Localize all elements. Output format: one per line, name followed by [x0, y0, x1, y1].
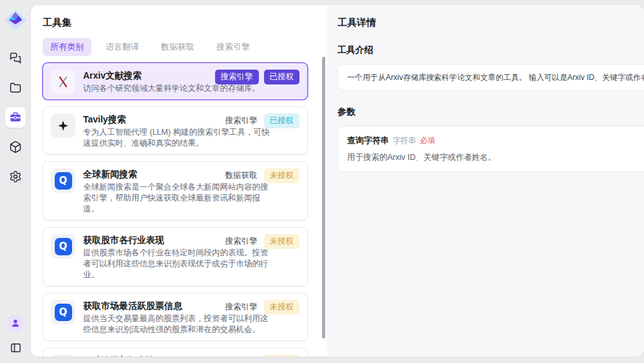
sidebar-item-folder[interactable] [5, 77, 26, 98]
sidebar-item-cube[interactable] [5, 137, 26, 157]
newspaper-icon [51, 355, 75, 357]
sidebar-nav [5, 48, 26, 187]
auth-status-badge: 未授权 [264, 234, 300, 249]
tool-card[interactable]: 万维地区新闻查询查询具体行政区划内的新闻，快速了解各地新闻动搜索引擎未授权 [43, 348, 308, 357]
card-badges: 搜索引擎已授权 [224, 113, 300, 128]
tool-description: 访问各个研究领域大量科学论文和文章的存储库。 [83, 83, 260, 94]
card-badges: 搜索引擎已授权 [215, 70, 300, 84]
category-badge: 数据获取 [224, 168, 259, 183]
parameter-required-label: 必填 [420, 135, 435, 146]
toolbox-icon [9, 111, 22, 124]
search-q-icon: Q [51, 300, 75, 324]
parameter-description: 用于搜索的Arxiv ID、关键字或作者姓名。 [347, 152, 644, 163]
auth-status-badge: 未授权 [264, 300, 300, 315]
tool-description: 专为人工智能代理 (LLM) 构建的搜索引擎工具，可快速提供实时、准确和真实的结… [83, 127, 271, 149]
category-badge: 搜索引擎 [224, 300, 259, 315]
sidebar-item-chat[interactable] [5, 48, 26, 68]
tab-0[interactable]: 所有类别 [43, 38, 91, 56]
card-badges: 数据获取未授权 [224, 168, 300, 183]
tool-detail-panel: 工具详情 工具介绍 一个用于从Arxiv存储库搜索科学论文和文章的工具。 输入可… [327, 5, 644, 357]
folder-icon [9, 81, 22, 94]
auth-status-badge: 未授权 [264, 355, 300, 357]
tool-card[interactable]: Arxiv文献搜索访问各个研究领域大量科学论文和文章的存储库。搜索引擎已授权 [43, 63, 308, 100]
params-heading: 参数 [337, 106, 644, 118]
sidebar-item-gear[interactable] [5, 166, 26, 187]
auth-status-badge: 未授权 [264, 168, 300, 183]
search-q-icon: Q [51, 168, 75, 193]
tool-description: 提供当天交易量最高的股票列表，投资者可以利用这些信息来识别流动性强的股票和潜在的… [83, 313, 271, 335]
tab-1[interactable]: 语言翻译 [98, 38, 147, 56]
sidebar-bottom [7, 315, 24, 355]
category-tabs: 所有类别语言翻译数据获取搜索引擎 [43, 38, 327, 56]
parameter-card: 查询字符串 字符串 必填 用于搜索的Arxiv ID、关键字或作者姓名。 [337, 126, 644, 172]
tool-card[interactable]: Q获取股市各行业表现提供股票市场各个行业在特定时间段内的表现。投资者可以利用这些… [43, 227, 308, 286]
panel-left-toggle[interactable] [8, 340, 23, 355]
tool-list-panel: 工具集 所有类别语言翻译数据获取搜索引擎 Arxiv文献搜索访问各个研究领域大量… [31, 5, 327, 357]
intro-heading: 工具介绍 [337, 44, 644, 56]
page-title: 工具集 [43, 17, 327, 29]
list-scrollbar-thumb[interactable] [322, 57, 325, 338]
sparkle-icon [51, 113, 75, 138]
category-badge: 搜索引擎 [224, 113, 259, 128]
parameter-type: 字符串 [393, 135, 416, 146]
category-badge: 搜索引擎 [224, 355, 259, 357]
user-avatar[interactable] [7, 315, 24, 331]
gear-icon [9, 170, 22, 183]
tool-card-list: Arxiv文献搜索访问各个研究领域大量科学论文和文章的存储库。搜索引擎已授权Ta… [43, 63, 308, 357]
app-logo-icon [3, 8, 28, 32]
intro-text-box: 一个用于从Arxiv存储库搜索科学论文和文章的工具。 输入可以是Arxiv ID… [337, 64, 644, 91]
sidebar-item-toolbox[interactable] [5, 107, 26, 128]
tool-card[interactable]: Q获取市场最活跃股票信息提供当天交易量最高的股票列表，投资者可以利用这些信息来识… [43, 293, 308, 341]
tool-card[interactable]: Q全球新闻搜索全球新闻搜索是一个聚合全球各大新闻网站内容的搜索引擎，帮助用户快速… [43, 161, 308, 221]
tool-card[interactable]: Tavily搜索专为人工智能代理 (LLM) 构建的搜索引擎工具，可快速提供实时… [43, 106, 308, 155]
card-badges: 搜索引擎未授权 [224, 355, 300, 357]
detail-title: 工具详情 [337, 17, 644, 29]
cube-icon [9, 141, 22, 153]
parameter-name: 查询字符串 [347, 135, 389, 146]
card-badges: 搜索引擎未授权 [224, 234, 300, 249]
auth-status-badge: 已授权 [264, 113, 300, 128]
icon-sidebar [0, 0, 31, 363]
category-badge: 搜索引擎 [215, 70, 259, 84]
arxiv-logo-icon [51, 70, 75, 94]
tool-description: 全球新闻搜索是一个聚合全球各大新闻网站内容的搜索引擎，帮助用户快速获取全球最新资… [83, 182, 271, 215]
main-container: 工具集 所有类别语言翻译数据获取搜索引擎 Arxiv文献搜索访问各个研究领域大量… [31, 5, 644, 357]
tool-description: 提供股票市场各个行业在特定时间段内的表现。投资者可以利用这些信息来识别表现优于或… [83, 248, 271, 280]
parameter-header: 查询字符串 字符串 必填 [347, 135, 644, 146]
card-badges: 搜索引擎未授权 [224, 300, 300, 315]
auth-status-badge: 已授权 [264, 70, 300, 84]
tab-3[interactable]: 搜索引擎 [209, 38, 258, 56]
chat-icon [9, 52, 22, 64]
search-q-icon: Q [51, 234, 75, 259]
category-badge: 搜索引擎 [224, 234, 259, 249]
tab-2[interactable]: 数据获取 [153, 38, 202, 56]
